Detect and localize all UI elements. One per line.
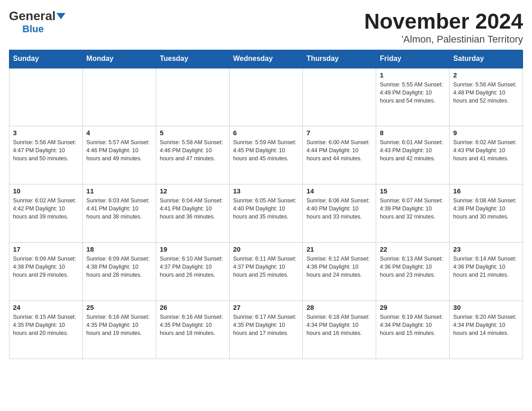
calendar-week-row: 24Sunrise: 6:15 AM Sunset: 4:35 PM Dayli… [9,301,523,359]
day-number: 14 [306,187,372,195]
day-number: 9 [453,129,519,137]
day-number: 6 [233,129,299,137]
calendar-cell: 19Sunrise: 6:10 AM Sunset: 4:37 PM Dayli… [156,243,229,301]
calendar-week-row: 1Sunrise: 5:55 AM Sunset: 4:49 PM Daylig… [9,68,523,126]
calendar-cell: 9Sunrise: 6:02 AM Sunset: 4:43 PM Daylig… [450,126,523,184]
day-number: 15 [380,187,446,195]
calendar-cell [156,68,229,126]
day-info: Sunrise: 6:07 AM Sunset: 4:39 PM Dayligh… [380,197,446,221]
calendar-cell: 17Sunrise: 6:09 AM Sunset: 4:38 PM Dayli… [9,243,83,301]
page-header: General Blue November 2024 'Almon, Pales… [9,9,523,45]
day-info: Sunrise: 5:56 AM Sunset: 4:48 PM Dayligh… [453,81,519,105]
day-info: Sunrise: 6:15 AM Sunset: 4:35 PM Dayligh… [13,313,79,337]
calendar-cell: 25Sunrise: 6:16 AM Sunset: 4:35 PM Dayli… [82,301,156,359]
day-info: Sunrise: 6:09 AM Sunset: 4:38 PM Dayligh… [86,255,152,279]
day-info: Sunrise: 6:06 AM Sunset: 4:40 PM Dayligh… [306,197,372,221]
day-info: Sunrise: 6:08 AM Sunset: 4:38 PM Dayligh… [453,197,519,221]
day-header-saturday: Saturday [450,50,523,68]
day-number: 7 [306,129,372,137]
calendar-cell: 12Sunrise: 6:04 AM Sunset: 4:41 PM Dayli… [156,184,229,243]
logo-blue-text: Blue [22,23,44,35]
calendar-cell: 11Sunrise: 6:03 AM Sunset: 4:41 PM Dayli… [82,184,156,243]
day-info: Sunrise: 6:04 AM Sunset: 4:41 PM Dayligh… [160,197,226,221]
calendar-cell: 10Sunrise: 6:02 AM Sunset: 4:42 PM Dayli… [9,184,83,243]
day-number: 13 [233,187,299,195]
day-number: 16 [453,187,519,195]
day-header-thursday: Thursday [303,50,376,68]
day-number: 17 [13,245,79,253]
calendar-subtitle: 'Almon, Palestinian Territory [364,34,523,45]
day-header-monday: Monday [82,50,156,68]
day-info: Sunrise: 6:13 AM Sunset: 4:36 PM Dayligh… [380,255,446,279]
day-number: 8 [380,129,446,137]
day-info: Sunrise: 6:10 AM Sunset: 4:37 PM Dayligh… [160,255,226,279]
calendar-cell: 22Sunrise: 6:13 AM Sunset: 4:36 PM Dayli… [376,243,450,301]
day-info: Sunrise: 6:03 AM Sunset: 4:41 PM Dayligh… [86,197,152,221]
day-number: 5 [160,129,226,137]
calendar-table: SundayMondayTuesdayWednesdayThursdayFrid… [9,50,523,359]
day-info: Sunrise: 6:02 AM Sunset: 4:42 PM Dayligh… [13,197,79,221]
calendar-cell: 24Sunrise: 6:15 AM Sunset: 4:35 PM Dayli… [9,301,83,359]
logo: General Blue [9,9,65,35]
day-number: 1 [380,71,446,79]
day-number: 26 [160,304,226,311]
logo-triangle-icon [56,13,65,19]
day-info: Sunrise: 6:16 AM Sunset: 4:35 PM Dayligh… [86,313,152,337]
day-info: Sunrise: 6:05 AM Sunset: 4:40 PM Dayligh… [233,197,299,221]
day-number: 25 [86,304,152,311]
calendar-cell: 7Sunrise: 6:00 AM Sunset: 4:44 PM Daylig… [303,126,376,184]
day-info: Sunrise: 5:57 AM Sunset: 4:46 PM Dayligh… [86,138,152,163]
calendar-cell: 5Sunrise: 5:58 AM Sunset: 4:46 PM Daylig… [156,126,229,184]
day-header-sunday: Sunday [9,50,83,68]
day-info: Sunrise: 6:01 AM Sunset: 4:43 PM Dayligh… [380,138,446,163]
calendar-cell [229,68,303,126]
day-number: 2 [453,71,519,79]
calendar-cell: 14Sunrise: 6:06 AM Sunset: 4:40 PM Dayli… [303,184,376,243]
calendar-cell: 2Sunrise: 5:56 AM Sunset: 4:48 PM Daylig… [450,68,523,126]
calendar-cell [82,68,156,126]
calendar-week-row: 3Sunrise: 5:56 AM Sunset: 4:47 PM Daylig… [9,126,523,184]
day-number: 11 [86,187,152,195]
day-info: Sunrise: 5:59 AM Sunset: 4:45 PM Dayligh… [233,138,299,163]
day-info: Sunrise: 5:55 AM Sunset: 4:49 PM Dayligh… [380,81,446,105]
calendar-header-row: SundayMondayTuesdayWednesdayThursdayFrid… [9,50,523,68]
calendar-cell: 21Sunrise: 6:12 AM Sunset: 4:36 PM Dayli… [303,243,376,301]
title-section: November 2024 'Almon, Palestinian Territ… [364,9,523,45]
calendar-cell: 4Sunrise: 5:57 AM Sunset: 4:46 PM Daylig… [82,126,156,184]
calendar-cell: 30Sunrise: 6:20 AM Sunset: 4:34 PM Dayli… [450,301,523,359]
day-info: Sunrise: 6:09 AM Sunset: 4:38 PM Dayligh… [13,255,79,279]
calendar-cell: 28Sunrise: 6:18 AM Sunset: 4:34 PM Dayli… [303,301,376,359]
day-info: Sunrise: 6:17 AM Sunset: 4:35 PM Dayligh… [233,313,299,337]
calendar-cell: 13Sunrise: 6:05 AM Sunset: 4:40 PM Dayli… [229,184,303,243]
calendar-title: November 2024 [364,9,523,34]
calendar-week-row: 17Sunrise: 6:09 AM Sunset: 4:38 PM Dayli… [9,243,523,301]
calendar-cell: 29Sunrise: 6:19 AM Sunset: 4:34 PM Dayli… [376,301,450,359]
day-number: 24 [13,304,79,311]
day-info: Sunrise: 6:19 AM Sunset: 4:34 PM Dayligh… [380,313,446,337]
day-number: 10 [13,187,79,195]
day-info: Sunrise: 5:56 AM Sunset: 4:47 PM Dayligh… [13,138,79,163]
calendar-cell [303,68,376,126]
day-header-tuesday: Tuesday [156,50,229,68]
calendar-week-row: 10Sunrise: 6:02 AM Sunset: 4:42 PM Dayli… [9,184,523,243]
day-number: 28 [306,304,372,311]
day-header-wednesday: Wednesday [229,50,303,68]
day-number: 27 [233,304,299,311]
day-number: 18 [86,245,152,253]
day-number: 30 [453,304,519,311]
day-header-friday: Friday [376,50,450,68]
calendar-cell: 15Sunrise: 6:07 AM Sunset: 4:39 PM Dayli… [376,184,450,243]
day-number: 21 [306,245,372,253]
calendar-cell: 27Sunrise: 6:17 AM Sunset: 4:35 PM Dayli… [229,301,303,359]
day-number: 29 [380,304,446,311]
calendar-cell: 26Sunrise: 6:16 AM Sunset: 4:35 PM Dayli… [156,301,229,359]
day-info: Sunrise: 6:00 AM Sunset: 4:44 PM Dayligh… [306,138,372,163]
calendar-cell: 6Sunrise: 5:59 AM Sunset: 4:45 PM Daylig… [229,126,303,184]
calendar-cell: 18Sunrise: 6:09 AM Sunset: 4:38 PM Dayli… [82,243,156,301]
day-info: Sunrise: 5:58 AM Sunset: 4:46 PM Dayligh… [160,138,226,163]
day-number: 12 [160,187,226,195]
calendar-cell: 20Sunrise: 6:11 AM Sunset: 4:37 PM Dayli… [229,243,303,301]
calendar-cell: 3Sunrise: 5:56 AM Sunset: 4:47 PM Daylig… [9,126,83,184]
day-info: Sunrise: 6:20 AM Sunset: 4:34 PM Dayligh… [453,313,519,337]
day-info: Sunrise: 6:11 AM Sunset: 4:37 PM Dayligh… [233,255,299,279]
